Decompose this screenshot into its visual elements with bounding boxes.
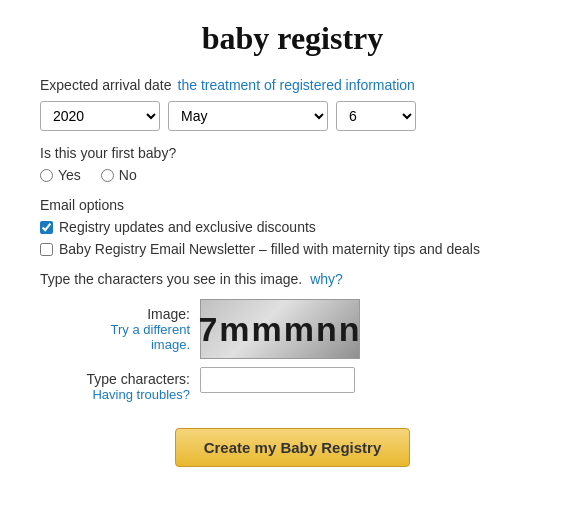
- image-label: Image:: [147, 306, 190, 322]
- having-troubles-link[interactable]: Having troubles?: [70, 387, 190, 402]
- month-select[interactable]: January February March April May June Ju…: [168, 101, 328, 131]
- captcha-type-row: Type characters: Having troubles?: [70, 367, 355, 402]
- date-row: 2020 2019 2021 2022 January February Mar…: [40, 101, 545, 131]
- first-baby-radio-row: Yes No: [40, 167, 545, 183]
- no-radio-label[interactable]: No: [101, 167, 137, 183]
- captcha-section: Type the characters you see in this imag…: [40, 271, 545, 408]
- email-option1-checkbox[interactable]: [40, 221, 53, 234]
- day-select[interactable]: 1234 5678 9101112 13141516 17181920 2122…: [336, 101, 416, 131]
- no-label: No: [119, 167, 137, 183]
- captcha-image-row: Image: Try a different image. 7mmmnn: [70, 299, 360, 359]
- captcha-header-text: Type the characters you see in this imag…: [40, 271, 302, 287]
- yes-radio[interactable]: [40, 169, 53, 182]
- captcha-content: Image: Try a different image. 7mmmnn Typ…: [70, 299, 545, 408]
- arrival-date-section: Expected arrival date the treatment of r…: [40, 77, 545, 131]
- page-title: baby registry: [40, 20, 545, 57]
- email-option2-text: Baby Registry Email Newsletter – filled …: [59, 241, 480, 257]
- captcha-input[interactable]: [200, 367, 355, 393]
- yes-radio-label[interactable]: Yes: [40, 167, 81, 183]
- type-label-col: Type characters: Having troubles?: [70, 367, 200, 402]
- submit-row: Create my Baby Registry: [40, 428, 545, 467]
- captcha-image-label-col: Image: Try a different image.: [70, 306, 200, 352]
- email-option1-label[interactable]: Registry updates and exclusive discounts: [40, 219, 545, 235]
- captcha-header: Type the characters you see in this imag…: [40, 271, 545, 287]
- no-radio[interactable]: [101, 169, 114, 182]
- year-select[interactable]: 2020 2019 2021 2022: [40, 101, 160, 131]
- type-characters-label: Type characters:: [87, 371, 191, 387]
- email-option2-checkbox[interactable]: [40, 243, 53, 256]
- email-option1-text: Registry updates and exclusive discounts: [59, 219, 316, 235]
- captcha-text: 7mmmnn: [198, 310, 361, 349]
- yes-label: Yes: [58, 167, 81, 183]
- create-registry-button[interactable]: Create my Baby Registry: [175, 428, 411, 467]
- captcha-image: 7mmmnn: [200, 299, 360, 359]
- arrival-date-label: Expected arrival date: [40, 77, 172, 93]
- email-options-section: Email options Registry updates and exclu…: [40, 197, 545, 257]
- try-different-link[interactable]: Try a different image.: [70, 322, 190, 352]
- registered-info-link[interactable]: the treatment of registered information: [178, 77, 415, 93]
- email-option2-label[interactable]: Baby Registry Email Newsletter – filled …: [40, 241, 545, 257]
- email-options-title: Email options: [40, 197, 545, 213]
- first-baby-section: Is this your first baby? Yes No: [40, 145, 545, 183]
- captcha-why-link[interactable]: why?: [310, 271, 343, 287]
- first-baby-question: Is this your first baby?: [40, 145, 545, 161]
